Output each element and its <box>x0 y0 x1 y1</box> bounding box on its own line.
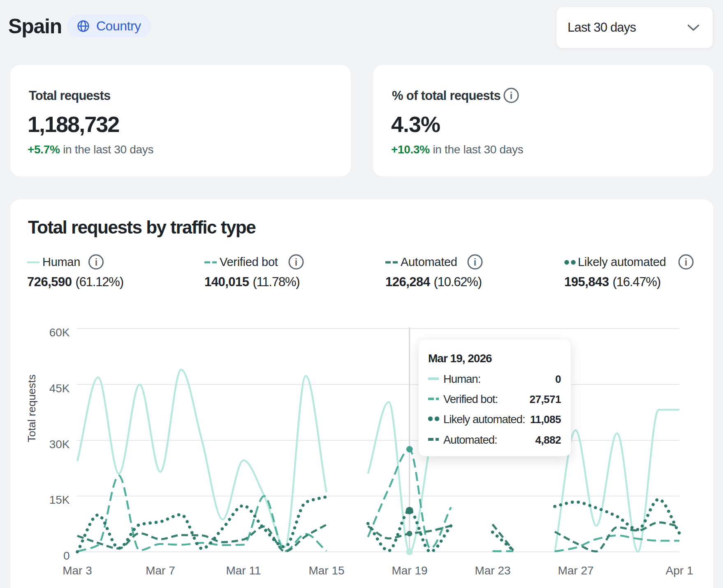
svg-text:30K: 30K <box>49 438 70 451</box>
svg-text:Mar 23: Mar 23 <box>475 564 510 577</box>
svg-text:Verified bot:: Verified bot: <box>443 393 498 405</box>
svg-text:Mar 11: Mar 11 <box>226 564 261 577</box>
svg-text:Mar 7: Mar 7 <box>146 564 175 577</box>
svg-text:15K: 15K <box>49 493 70 506</box>
svg-text:Mar 19: Mar 19 <box>392 564 427 577</box>
svg-text:0: 0 <box>63 549 70 562</box>
svg-text:Automated:: Automated: <box>443 433 497 446</box>
svg-text:Mar 27: Mar 27 <box>558 564 593 577</box>
svg-text:Apr 1: Apr 1 <box>666 564 693 577</box>
svg-text:4,882: 4,882 <box>535 434 561 446</box>
svg-text:27,571: 27,571 <box>529 393 561 405</box>
svg-text:0: 0 <box>555 373 561 385</box>
svg-text:Mar 19, 2026: Mar 19, 2026 <box>428 352 492 365</box>
svg-text:45K: 45K <box>49 382 70 395</box>
svg-text:Mar 3: Mar 3 <box>63 564 92 577</box>
svg-text:11,085: 11,085 <box>530 413 561 426</box>
svg-text:60K: 60K <box>49 326 70 339</box>
svg-text:Mar 15: Mar 15 <box>308 564 344 577</box>
svg-text:Total requests: Total requests <box>25 375 38 442</box>
svg-text:Human:: Human: <box>443 373 480 385</box>
svg-text:Likely automated:: Likely automated: <box>443 413 525 426</box>
